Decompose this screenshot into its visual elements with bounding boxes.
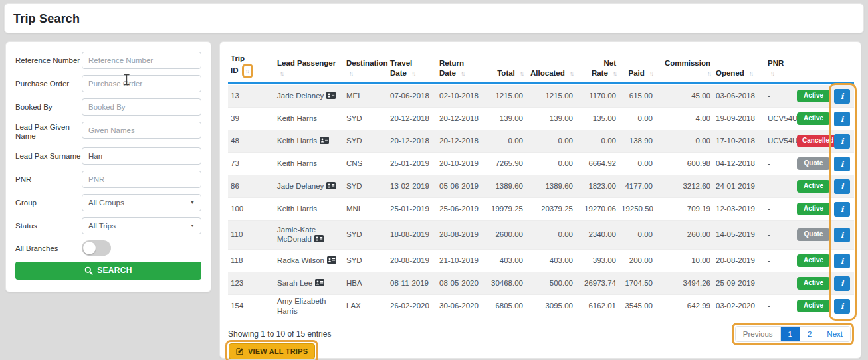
column-header-return-date[interactable]: ReturnDate ↑↓ (437, 58, 486, 82)
status-badge: Active (797, 90, 830, 102)
cell-paid: 0.00 (619, 114, 655, 123)
column-header-lead-passenger[interactable]: Lead Passenger ↑↓ (274, 58, 344, 82)
search-button[interactable]: SEARCH (15, 262, 201, 280)
info-button[interactable]: i (834, 134, 850, 149)
info-button[interactable]: i (834, 254, 850, 268)
info-button[interactable]: i (834, 112, 850, 126)
cell-lead-passenger: Keith Harris (274, 114, 344, 123)
column-header-travel-date[interactable]: TravelDate ↑↓ (387, 58, 437, 82)
cell-travel-date: 26-02-2020 (387, 301, 437, 310)
column-header-total[interactable]: Total ↑↓ (486, 68, 526, 82)
pagination-next[interactable]: Next (819, 327, 850, 341)
info-button[interactable]: i (834, 228, 850, 242)
sort-icon[interactable]: ↑↓ (649, 70, 653, 77)
column-header-paid[interactable]: Paid ↑↓ (619, 68, 655, 82)
select-status[interactable]: All Trips▼ (82, 217, 201, 234)
lead-passenger-name: Jamie-Kate McDonald (277, 226, 316, 243)
info-button[interactable]: i (834, 89, 850, 104)
cell-travel-date: 20-12-2018 (387, 114, 437, 123)
cell-actions: i (831, 89, 854, 104)
pagination-previous[interactable]: Previous (736, 327, 781, 341)
sort-icon[interactable]: ↑↓ (349, 70, 352, 77)
lead-passenger-name: Keith Harris (277, 159, 317, 167)
sort-icon[interactable]: ↑↓ (520, 70, 523, 77)
cell-destination: MEL (344, 91, 387, 100)
lead-passenger-name: Keith Harris (277, 137, 317, 145)
input-purchase-order[interactable] (82, 75, 201, 92)
lead-passenger-name: Jade Delaney (277, 182, 324, 190)
column-header-opened[interactable]: Opened ↑↓ (713, 68, 765, 82)
sort-icon[interactable]: ↑↓ (280, 70, 283, 77)
table-row-trip-39: 39Keith HarrisSYD20-12-201820-12-2018139… (228, 108, 854, 130)
cell-trip-id: 118 (228, 256, 274, 265)
info-button[interactable]: i (834, 202, 850, 217)
highlight-pagination: Previous12Next (732, 323, 854, 345)
sort-icon[interactable]: ↑↓ (613, 70, 616, 77)
cell-trip-id: 100 (228, 204, 274, 213)
cell-actions: i (831, 157, 854, 171)
cell-net-rate: 6162.01 (576, 301, 619, 310)
column-header-net-rate[interactable]: NetRate ↑↓ (576, 58, 619, 82)
info-button[interactable]: i (834, 157, 850, 171)
cell-travel-date: 25-01-2019 (387, 159, 437, 168)
cell-lead-passenger: Amy Elizabeth Harris (274, 296, 344, 315)
column-header-label: PNR (768, 59, 784, 67)
info-button[interactable]: i (834, 276, 850, 291)
pagination-page-1[interactable]: 1 (781, 327, 800, 341)
page-title: Trip Search (5, 4, 863, 26)
sort-icon[interactable]: ↑↓ (707, 70, 710, 77)
table-header-row: TripID ↑↓Lead Passenger ↑↓Destination ↑↓… (228, 54, 854, 82)
cell-trip-id: 13 (228, 91, 274, 100)
input-lead-pax-given-name[interactable] (82, 122, 201, 139)
column-header-pnr[interactable]: PNR ↑↓ (765, 58, 794, 82)
cell-opened: 25-09-2019 (713, 278, 765, 288)
column-header-destination[interactable]: Destination ↑↓ (344, 58, 387, 82)
id-card-icon (326, 92, 336, 101)
cell-net-rate: 19270.06 (576, 204, 619, 213)
cell-travel-date: 18-08-2019 (387, 230, 437, 239)
cell-total: 403.00 (486, 256, 526, 265)
info-button[interactable]: i (834, 179, 850, 194)
cell-net-rate: 1170.00 (576, 91, 619, 100)
sort-icon[interactable]: ↑↓ (749, 70, 752, 77)
sort-icon[interactable]: ↑↓ (245, 68, 249, 74)
column-header-allocated[interactable]: Allocated ↑↓ (526, 68, 576, 82)
input-booked-by[interactable] (82, 98, 201, 116)
column-header-label: Commission (665, 59, 710, 67)
cell-pnr: - (765, 230, 794, 239)
caret-down-icon: ▼ (190, 200, 195, 205)
view-all-trips-button[interactable]: VIEW ALL TRIPS (229, 343, 315, 359)
all-branches-toggle[interactable] (82, 240, 111, 256)
sort-icon[interactable]: ↑↓ (411, 70, 415, 77)
info-button[interactable]: i (834, 299, 850, 314)
pagination-page-2[interactable]: 2 (800, 327, 819, 341)
cell-total: 1215.00 (486, 91, 526, 100)
column-header-label: ID ↑↓ (231, 64, 272, 78)
view-all-trips-label: VIEW ALL TRIPS (248, 347, 308, 355)
cell-lead-passenger: Jade Delaney (274, 91, 344, 101)
input-pnr[interactable] (82, 171, 201, 188)
sort-icon[interactable]: ↑↓ (770, 70, 774, 77)
input-lead-pax-surname[interactable] (82, 147, 201, 165)
cell-travel-date: 08-11-2019 (387, 278, 437, 288)
select-group[interactable]: All Groups▼ (82, 194, 201, 211)
id-card-icon (320, 137, 329, 146)
cell-pnr: - (765, 204, 794, 213)
cell-trip-id: 73 (228, 159, 274, 168)
cell-pnr: - (765, 301, 794, 310)
select-value-group: All Groups (88, 199, 124, 207)
field-label-lead-pax-surname: Lead Pax Surname (15, 151, 82, 161)
cell-paid: 138.90 (619, 136, 655, 145)
cell-actions: i (831, 202, 854, 217)
cell-status: Active (794, 254, 831, 267)
input-reference-number[interactable] (82, 52, 201, 69)
all-branches-row: All Branches (15, 240, 201, 256)
column-header-trip-id[interactable]: TripID ↑↓ (228, 54, 274, 82)
sort-icon[interactable]: ↑↓ (570, 70, 573, 77)
form-row-status: StatusAll Trips▼ (15, 217, 201, 234)
column-header-commission[interactable]: Commission ↑↓ (655, 58, 713, 82)
lead-passenger-name: Radka Wilson (277, 256, 324, 264)
cell-allocated: 1389.60 (526, 181, 576, 191)
field-label-booked-by: Booked By (15, 102, 82, 112)
sort-icon[interactable]: ↑↓ (461, 70, 464, 77)
